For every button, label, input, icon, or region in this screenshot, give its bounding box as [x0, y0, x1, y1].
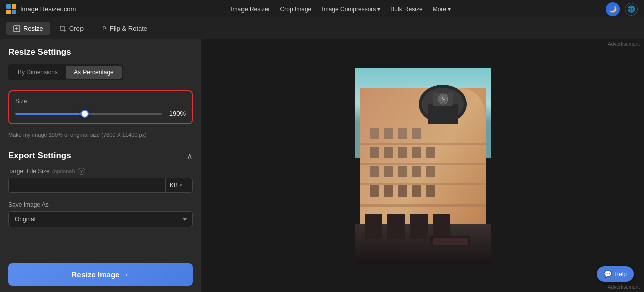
svg-rect-28	[370, 166, 379, 177]
target-file-size-label: Target File Size (optional) ?	[8, 168, 193, 175]
ad-banner-top: Advertisement	[201, 39, 644, 49]
save-image-as-label: Save Image As	[8, 201, 193, 208]
resize-image-label: Resize Image →	[71, 270, 129, 279]
svg-rect-36	[412, 185, 421, 197]
help-button[interactable]: 💬 Help	[597, 266, 634, 282]
chevron-down-icon: ▾	[377, 6, 380, 13]
size-section: Size 190%	[8, 90, 193, 124]
resize-icon	[13, 25, 20, 32]
size-hint: Make my image 190% of original size (760…	[8, 131, 193, 139]
svg-rect-32	[426, 166, 435, 177]
svg-rect-40	[387, 214, 405, 239]
globe-icon: 🌐	[627, 5, 635, 13]
svg-rect-24	[384, 147, 393, 158]
resize-image-button[interactable]: Resize Image →	[8, 263, 193, 286]
svg-rect-44	[360, 183, 486, 185]
header-icons: 🌙 🌐	[606, 2, 638, 16]
tab-flip-rotate[interactable]: Flip & Rotate	[93, 22, 154, 35]
svg-rect-21	[398, 128, 407, 139]
brand-name: Image Resizer.com	[20, 5, 76, 13]
nav-image-compressors[interactable]: Image Compressors ▾	[321, 6, 380, 13]
main-layout: Resize Settings By Dimensions As Percent…	[0, 39, 644, 292]
tab-flip-rotate-label: Flip & Rotate	[110, 25, 147, 32]
svg-rect-31	[412, 166, 421, 177]
target-file-size-input-group: KB ▾	[8, 178, 193, 193]
target-file-size-info-icon[interactable]: ?	[78, 168, 85, 175]
logo-icon	[6, 4, 16, 14]
help-label: Help	[614, 271, 627, 278]
svg-rect-33	[370, 185, 379, 197]
svg-rect-1	[12, 4, 16, 9]
slider-row: 190%	[15, 110, 186, 117]
svg-rect-30	[398, 166, 407, 177]
tab-crop-label: Crop	[69, 25, 84, 32]
svg-rect-23	[370, 147, 379, 158]
theme-toggle-button[interactable]: 🌙	[606, 2, 620, 16]
export-settings-section: Export Settings ∧ Target File Size (opti…	[8, 151, 193, 227]
svg-rect-46	[360, 143, 486, 145]
svg-rect-22	[412, 128, 421, 139]
help-icon: 💬	[604, 270, 612, 278]
language-button[interactable]: 🌐	[625, 3, 638, 16]
unit-value: KB	[170, 182, 178, 189]
content-area: Advertisement	[201, 39, 644, 292]
svg-rect-20	[384, 128, 393, 139]
tab-as-percentage[interactable]: As Percentage	[66, 66, 122, 79]
flip-rotate-icon	[100, 25, 107, 32]
svg-rect-43	[360, 204, 486, 207]
svg-rect-45	[360, 163, 486, 165]
sidebar-content: Resize Settings By Dimensions As Percent…	[0, 39, 201, 257]
unit-chevron-icon: ▾	[180, 183, 182, 188]
size-value: 190%	[167, 110, 186, 117]
resize-settings-section: Resize Settings By Dimensions As Percent…	[8, 47, 193, 139]
header-brand-area: Image Resizer.com	[6, 4, 76, 14]
svg-rect-37	[426, 185, 435, 197]
svg-rect-48	[433, 238, 468, 245]
svg-rect-2	[6, 10, 11, 14]
nav-bulk-resize[interactable]: Bulk Resize	[390, 6, 422, 13]
tab-by-dimensions[interactable]: By Dimensions	[10, 66, 66, 79]
svg-rect-19	[370, 128, 379, 139]
svg-rect-39	[365, 214, 382, 239]
nav-more[interactable]: More ▾	[433, 6, 451, 13]
main-nav: Image Resizer Crop Image Image Compresso…	[231, 6, 451, 13]
svg-rect-27	[426, 147, 435, 158]
size-slider[interactable]	[15, 113, 162, 115]
svg-rect-26	[412, 147, 421, 158]
crop-icon	[59, 25, 66, 32]
target-file-size-input[interactable]	[8, 178, 165, 193]
svg-rect-41	[410, 214, 428, 239]
sidebar-footer: Resize Image →	[0, 257, 201, 292]
image-preview-area	[201, 49, 644, 282]
ad-banner-bottom: Advertisement	[201, 282, 644, 292]
svg-rect-42	[433, 214, 450, 239]
export-header: Export Settings ∧	[8, 151, 193, 161]
svg-rect-35	[398, 185, 407, 197]
save-image-as-select[interactable]: Original JPEG PNG WEBP	[8, 211, 193, 227]
preview-image	[355, 68, 491, 264]
target-file-size-row: Target File Size (optional) ? KB ▾	[8, 168, 193, 193]
moon-icon: 🌙	[609, 5, 617, 13]
sidebar: Resize Settings By Dimensions As Percent…	[0, 39, 201, 292]
export-settings-title: Export Settings	[8, 151, 71, 161]
size-label: Size	[15, 98, 186, 105]
tab-resize-label: Resize	[23, 25, 43, 32]
svg-rect-25	[398, 147, 407, 158]
tab-crop[interactable]: Crop	[52, 22, 91, 35]
unit-select[interactable]: KB ▾	[165, 178, 193, 193]
svg-rect-34	[384, 185, 393, 197]
toolbar: Resize Crop Flip & Rotate	[0, 18, 644, 39]
nav-crop-image[interactable]: Crop Image	[280, 6, 312, 13]
header: Image Resizer.com Image Resizer Crop Ima…	[0, 0, 644, 18]
svg-rect-13	[428, 104, 458, 124]
collapse-export-button[interactable]: ∧	[187, 151, 193, 161]
nav-image-resizer[interactable]: Image Resizer	[231, 6, 270, 13]
save-image-as-row: Save Image As Original JPEG PNG WEBP	[8, 201, 193, 227]
svg-rect-0	[6, 4, 11, 9]
chevron-down-icon: ▾	[448, 6, 451, 13]
tab-resize[interactable]: Resize	[6, 22, 50, 35]
resize-settings-title: Resize Settings	[8, 47, 193, 57]
svg-rect-3	[12, 10, 16, 14]
svg-rect-29	[384, 166, 393, 177]
dimension-tab-group: By Dimensions As Percentage	[8, 64, 123, 80]
